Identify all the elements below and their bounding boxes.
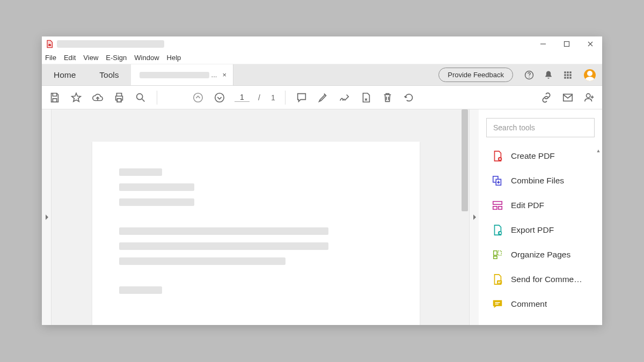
primary-nav: Home Tools ... × Provide Feedback <box>42 64 602 86</box>
left-panel-toggle[interactable] <box>42 109 52 325</box>
organize-pages-icon <box>492 249 503 261</box>
share-link-icon[interactable] <box>540 91 553 104</box>
print-icon[interactable] <box>113 91 126 104</box>
svg-rect-3 <box>564 71 566 73</box>
help-icon[interactable] <box>519 64 539 85</box>
edit-pdf-icon <box>492 200 503 211</box>
close-button[interactable] <box>579 36 602 51</box>
tool-label: Combine Files <box>511 176 564 186</box>
minimize-button[interactable] <box>531 36 555 51</box>
svg-rect-24 <box>494 251 497 255</box>
document-tab-close-icon[interactable]: × <box>222 71 226 79</box>
menu-help[interactable]: Help <box>167 54 181 62</box>
account-avatar-icon[interactable] <box>584 69 596 81</box>
document-viewer <box>52 109 469 325</box>
share-people-icon[interactable] <box>583 91 596 104</box>
rotate-icon[interactable] <box>402 91 415 104</box>
menubar: File Edit View E-Sign Window Help <box>42 51 602 64</box>
app-logo-icon <box>45 40 54 48</box>
maximize-button[interactable] <box>555 36 579 51</box>
svg-rect-26 <box>494 256 497 259</box>
page-separator: / <box>258 93 260 102</box>
zoom-icon[interactable] <box>134 91 147 104</box>
tool-export-pdf[interactable]: Export PDF <box>488 219 593 241</box>
app-window: File Edit View E-Sign Window Help Home T… <box>42 36 602 325</box>
tool-send-for-comments[interactable]: Send for Comme… <box>488 268 593 291</box>
tool-edit-pdf[interactable]: Edit PDF <box>488 194 593 217</box>
svg-rect-9 <box>564 77 566 78</box>
tools-tab[interactable]: Tools <box>87 64 130 85</box>
apps-grid-icon[interactable] <box>558 64 577 85</box>
svg-rect-22 <box>499 206 502 210</box>
document-scrollbar[interactable] <box>460 109 469 325</box>
svg-rect-0 <box>565 42 569 47</box>
send-comments-icon <box>492 274 503 285</box>
export-pdf-icon <box>492 224 503 236</box>
delete-icon[interactable] <box>381 91 394 104</box>
notifications-icon[interactable] <box>539 64 558 85</box>
svg-rect-20 <box>493 202 502 205</box>
tools-list: Create PDF Combine Files Edit PDF <box>479 143 602 315</box>
save-icon[interactable] <box>48 91 61 104</box>
document-page <box>92 142 420 325</box>
svg-rect-7 <box>567 74 568 76</box>
svg-point-13 <box>194 93 203 102</box>
svg-rect-6 <box>564 74 566 76</box>
tool-comment[interactable]: Comment <box>488 293 593 315</box>
combine-files-icon <box>492 175 503 187</box>
menu-esign[interactable]: E-Sign <box>106 54 127 62</box>
cloud-upload-icon[interactable] <box>91 91 104 104</box>
svg-rect-25 <box>498 251 501 255</box>
document-tab-ellipsis: ... <box>211 71 217 79</box>
page-total: 1 <box>271 93 275 102</box>
scroll-up-arrow-icon[interactable]: ▲ <box>595 147 602 154</box>
svg-point-14 <box>215 93 224 102</box>
svg-point-16 <box>587 93 590 97</box>
tool-label: Edit PDF <box>511 201 544 210</box>
menu-file[interactable]: File <box>45 54 56 62</box>
document-scroll-area[interactable] <box>52 109 460 325</box>
document-toolbar: / 1 <box>42 86 602 109</box>
tool-label: Organize Pages <box>511 250 570 260</box>
highlight-icon[interactable] <box>317 91 330 104</box>
star-icon[interactable] <box>70 91 83 104</box>
content-area: Create PDF Combine Files Edit PDF <box>42 109 602 325</box>
tools-pane: Create PDF Combine Files Edit PDF <box>479 109 602 325</box>
menu-edit[interactable]: Edit <box>64 54 76 62</box>
menu-view[interactable]: View <box>83 54 98 62</box>
page-up-icon[interactable] <box>192 91 204 104</box>
stamp-icon[interactable] <box>360 91 372 104</box>
tool-label: Comment <box>511 299 547 309</box>
provide-feedback-button[interactable]: Provide Feedback <box>438 68 513 82</box>
svg-rect-11 <box>569 77 571 78</box>
tools-search-input[interactable] <box>486 118 595 137</box>
document-tab-title-placeholder <box>140 72 209 78</box>
tool-organize-pages[interactable]: Organize Pages <box>488 243 593 266</box>
tool-combine-files[interactable]: Combine Files <box>488 169 593 192</box>
document-tab[interactable]: ... × <box>131 64 233 85</box>
svg-point-12 <box>137 93 143 99</box>
email-icon[interactable] <box>561 91 574 104</box>
page-down-icon[interactable] <box>213 91 226 104</box>
window-title-placeholder <box>57 40 164 48</box>
scrollbar-thumb[interactable] <box>462 109 468 211</box>
tool-label: Export PDF <box>511 225 554 235</box>
tool-label: Create PDF <box>511 151 555 161</box>
comment-bubble-icon[interactable] <box>295 91 308 104</box>
tools-pane-scrollbar[interactable]: ▲ <box>595 147 602 325</box>
right-panel-toggle[interactable] <box>469 109 479 325</box>
comment-icon <box>492 298 503 310</box>
tool-create-pdf[interactable]: Create PDF <box>488 145 593 167</box>
create-pdf-icon <box>492 150 503 162</box>
sign-icon[interactable] <box>338 91 351 104</box>
svg-point-2 <box>529 77 530 78</box>
svg-rect-4 <box>567 71 568 73</box>
titlebar <box>42 36 602 51</box>
svg-rect-8 <box>569 74 571 76</box>
svg-rect-5 <box>569 71 571 73</box>
tool-label: Send for Comme… <box>511 275 582 284</box>
home-tab[interactable]: Home <box>42 64 87 85</box>
menu-window[interactable]: Window <box>134 54 159 62</box>
page-number-input[interactable] <box>235 93 250 102</box>
svg-rect-21 <box>493 206 497 210</box>
